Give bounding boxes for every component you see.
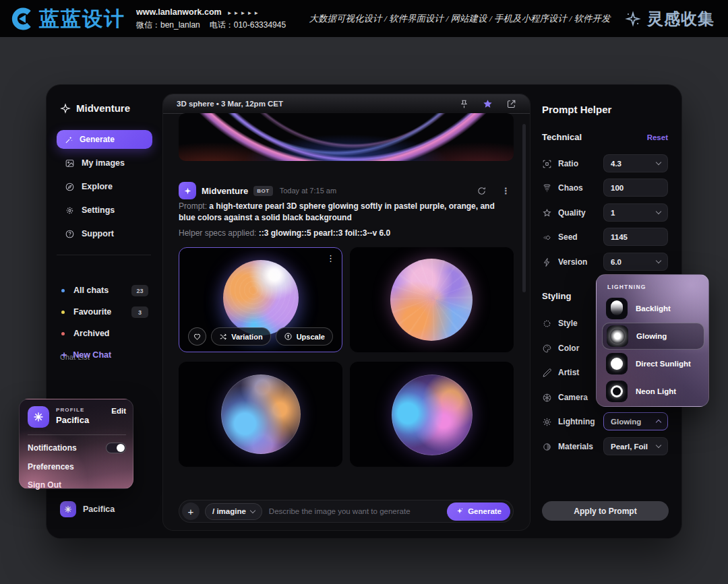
yellow-dot-icon [61,311,65,314]
version-select[interactable]: 6.0 [603,253,668,271]
preferences-item[interactable]: Preferences [28,460,126,474]
technical-section-header: Technical Reset [542,132,668,142]
new-chat-label: New Chat [73,350,111,360]
website-url[interactable]: www.lanlanwork.com [136,7,222,17]
site-logo-text: 蓝蓝设计 [39,9,125,29]
panel-title: Prompt Helper [542,104,611,115]
style-dots-icon [542,319,552,329]
generate-button[interactable]: Generate [447,502,510,521]
chat-filter-favourite[interactable]: Favourite [61,304,111,319]
specs-label: Helper specs applied: [179,228,256,238]
ratio-select[interactable]: 4.3 [603,154,668,172]
chat-filter-archived[interactable]: Archived [61,326,110,341]
prompt-label: Prompt: [179,201,207,211]
magic-wand-icon [65,135,73,144]
neon-light-thumb-icon [606,381,628,402]
lighting-option-label: Backlight [636,304,671,313]
lighting-option-neon-light[interactable]: Neon Light [602,378,704,405]
sidebar-item-my-images[interactable]: My images [57,155,125,171]
image-kebab-icon[interactable]: ⋮ [326,253,335,263]
sidebar-item-support[interactable]: Support [57,226,114,242]
variation-button[interactable]: Variation [211,327,270,346]
sidebar-item-settings[interactable]: Settings [57,202,115,218]
upscale-button[interactable]: Upscale [276,327,333,346]
apply-to-prompt-button[interactable]: Apply to Prompt [542,501,669,521]
ratio-value: 4.3 [611,160,621,168]
like-button[interactable] [188,327,206,346]
materials-disc-icon [542,442,552,452]
lighting-label: Lightning [558,417,595,426]
gear-icon [65,205,75,216]
lighting-select[interactable]: Glowing [603,412,668,430]
backlight-thumb-icon [606,298,628,319]
style-label: Style [558,319,578,328]
pin-icon[interactable] [459,99,469,109]
lighting-option-glowing[interactable]: Glowing [602,323,704,350]
lighting-option-direct-sunlight[interactable]: Direct Sunlight [602,350,704,377]
sparkle-icon [456,507,464,515]
generated-image-3[interactable] [179,362,342,467]
ratio-label: Ratio [558,159,578,168]
bot-message-header: Midventure BOT Today at 7:15 am ⋮ [179,182,516,199]
site-logo[interactable]: 蓝蓝设计 [9,7,125,31]
sidebar-item-explore[interactable]: Explore [57,179,113,195]
blue-dot-icon [61,289,65,292]
command-selector[interactable]: / imagine [205,503,262,520]
screenshot-root: 蓝蓝设计 www.lanlanwork.com►►►►► 微信：ben_lanl… [0,0,728,584]
chat-filter-label: Favourite [73,307,111,317]
lighting-option-backlight[interactable]: Backlight [602,295,704,322]
palette-icon [542,344,552,354]
sidebar-user[interactable]: Pacifica [60,501,115,517]
generated-image-large[interactable] [179,113,514,161]
chaos-value: 100 [611,184,624,192]
artist-label: Artist [558,368,579,377]
technical-title: Technical [542,132,582,142]
profile-edit-button[interactable]: Edit [111,407,126,415]
seed-row: Seed 1145 [542,228,668,247]
generated-image-4[interactable] [350,362,514,467]
chat-filter-all-chats[interactable]: All chats [61,283,109,298]
sun-icon [542,417,552,427]
materials-value: Pearl, Foil [611,443,648,451]
sidebar-divider [57,255,151,255]
services-list: 大数据可视化设计 / 软件界面设计 / 网站建设 / 手机及小程序设计 / 软件… [295,13,624,25]
sign-out-item[interactable]: Sign Out [28,478,126,492]
new-chat-button[interactable]: + New Chat [61,348,111,362]
attach-button[interactable]: + [182,502,200,520]
chevron-down-icon [656,209,661,214]
bubble-sphere-image [392,375,473,455]
star-favourite-icon[interactable] [482,98,493,110]
quality-star-icon [542,208,552,218]
materials-select[interactable]: Pearl, Foil [603,437,668,455]
chaos-input[interactable]: 100 [603,179,668,197]
app-window: Midventure Generate [46,84,682,539]
regenerate-icon[interactable] [477,186,487,196]
version-value: 6.0 [611,258,621,266]
chaos-row: Chaos 100 [542,179,668,197]
lighting-option-label: Direct Sunlight [636,360,691,368]
lanlan-logo-icon [9,7,34,31]
message-kebab-icon[interactable]: ⋮ [502,186,510,196]
reset-button[interactable]: Reset [647,133,668,141]
sidebar-item-generate[interactable]: Generate [57,130,152,149]
help-circle-icon [65,229,75,239]
app-brand-name: Midventure [76,102,130,114]
ratio-crop-icon [542,159,552,169]
inspiration-collect[interactable]: 灵感收集 [624,8,715,30]
helper-specs-block: Helper specs applied: ::3 glowing::5 pea… [179,228,506,238]
generated-image-1[interactable]: ⋮ Variation [179,247,342,352]
phone-number: 电话：010-63334945 [210,20,286,30]
chat-scrollbar[interactable] [522,124,526,292]
prompt-input[interactable] [268,507,442,516]
message-timestamp: Today at 7:15 am [280,187,336,195]
seed-input[interactable]: 1145 [603,228,668,246]
inspiration-collect-label: 灵感收集 [647,8,715,30]
lighting-option-label: Glowing [636,332,667,340]
generated-image-2[interactable] [350,247,514,352]
notifications-toggle[interactable] [106,443,126,453]
lighting-popup-title: LIGHTNING [607,284,646,290]
sidebar-item-label: Support [82,229,114,238]
plus-icon: + [61,350,67,360]
share-icon[interactable] [506,99,516,109]
quality-select[interactable]: 1 [603,203,668,222]
